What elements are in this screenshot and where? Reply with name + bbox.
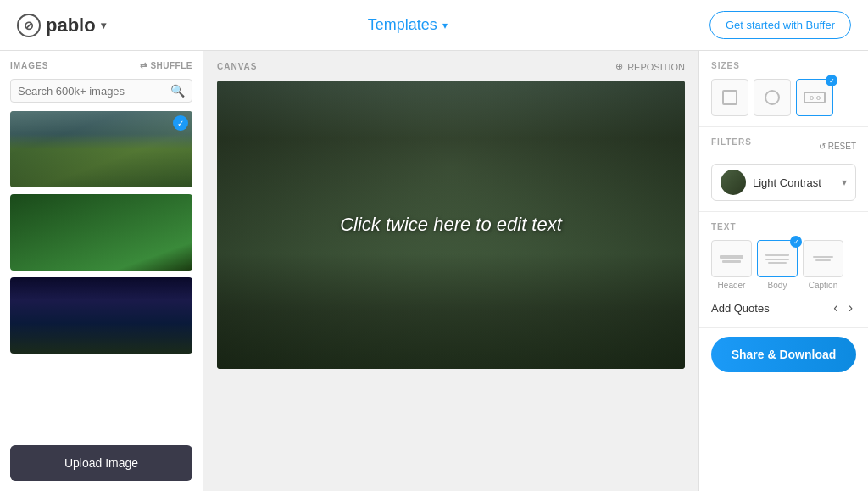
templates-button[interactable]: Templates ▾ — [368, 16, 448, 34]
square-icon — [722, 90, 737, 105]
sizes-label: SIZES — [711, 61, 856, 70]
canvas-header: CANVAS ⊕ REPOSITION — [217, 61, 685, 72]
text-caption-option[interactable]: Caption — [803, 240, 843, 290]
add-quotes-row: Add Quotes ‹ › — [711, 299, 856, 317]
text-caption-box — [803, 240, 843, 277]
shuffle-icon: ⇄ — [140, 61, 147, 70]
text-options: Header ✓ Body Caption — [711, 240, 856, 290]
quotes-next-button[interactable]: › — [845, 299, 856, 317]
caption-line-2 — [815, 259, 831, 261]
text-body-box: ✓ — [757, 240, 798, 277]
image-list: ✓ — [10, 111, 192, 437]
images-label: IMAGES — [10, 61, 48, 70]
size-circle-button[interactable] — [754, 79, 791, 116]
filter-name: Light Contrast — [753, 176, 835, 189]
body-selected-check: ✓ — [790, 236, 802, 248]
logo-chevron-icon: ▾ — [101, 20, 106, 31]
dot-icon — [810, 96, 814, 100]
text-body-option[interactable]: ✓ Body — [757, 240, 798, 290]
caption-line-1 — [813, 256, 833, 258]
text-section: TEXT Header ✓ Body — [699, 212, 868, 328]
quotes-nav: ‹ › — [830, 299, 856, 317]
filter-dropdown[interactable]: Light Contrast ▾ — [711, 164, 856, 201]
selected-check: ✓ — [173, 115, 188, 131]
templates-label: Templates — [368, 16, 437, 34]
body-line-1 — [765, 254, 789, 256]
get-started-label: Get started with Buffer — [726, 19, 835, 31]
left-panel-header: IMAGES ⇄ SHUFFLE — [10, 61, 192, 70]
main-layout: IMAGES ⇄ SHUFFLE 🔍 ✓ Upload Image CANVAS… — [0, 51, 868, 491]
upload-image-button[interactable]: Upload Image — [10, 445, 192, 481]
body-line-3 — [768, 262, 787, 264]
text-header-box — [711, 240, 752, 277]
shuffle-button[interactable]: ⇄ SHUFFLE — [140, 61, 192, 70]
shuffle-label: SHUFFLE — [150, 61, 192, 70]
upload-label: Upload Image — [64, 456, 138, 470]
image-thumb-forest[interactable]: ✓ — [10, 111, 192, 187]
filters-label: FILTERS — [711, 137, 752, 147]
header-line-1 — [720, 255, 743, 259]
header-line-2 — [722, 260, 741, 263]
wide-icon — [804, 92, 826, 103]
reposition-icon: ⊕ — [615, 61, 623, 72]
reset-icon: ↺ — [819, 142, 826, 151]
body-line-2 — [765, 259, 789, 260]
canvas-edit-text[interactable]: Click twice here to edit text — [340, 214, 562, 236]
reposition-label: REPOSITION — [627, 62, 685, 72]
app-header: ⊘ pablo ▾ Templates ▾ Get started with B… — [0, 0, 868, 51]
center-panel: CANVAS ⊕ REPOSITION Click twice here to … — [203, 51, 698, 491]
text-header-option[interactable]: Header — [711, 240, 752, 290]
share-download-button[interactable]: Share & Download — [711, 337, 856, 372]
image-thumb-night[interactable] — [10, 277, 192, 354]
image-thumb-plants[interactable] — [10, 194, 192, 271]
sizes-row: ✓ — [711, 79, 856, 116]
get-started-button[interactable]: Get started with Buffer — [709, 11, 851, 39]
logo-icon: ⊘ — [17, 14, 41, 37]
search-bar[interactable]: 🔍 — [10, 79, 192, 103]
filters-section: FILTERS ↺ RESET Light Contrast ▾ — [699, 127, 868, 212]
add-quotes-label: Add Quotes — [711, 302, 770, 315]
left-panel: IMAGES ⇄ SHUFFLE 🔍 ✓ Upload Image — [0, 51, 203, 491]
text-label: TEXT — [711, 222, 856, 232]
size-wide-button[interactable]: ✓ — [796, 79, 833, 116]
search-input[interactable] — [18, 85, 170, 98]
logo[interactable]: ⊘ pablo ▾ — [17, 14, 106, 37]
size-selected-check: ✓ — [826, 75, 837, 86]
dot-icon — [816, 96, 821, 100]
reposition-button[interactable]: ⊕ REPOSITION — [615, 61, 685, 72]
size-square-button[interactable] — [711, 79, 748, 116]
templates-chevron-icon: ▾ — [442, 20, 448, 31]
header-label: Header — [718, 281, 746, 290]
share-label: Share & Download — [732, 348, 837, 361]
filter-thumbnail — [721, 170, 746, 195]
logo-text: pablo — [46, 14, 96, 36]
filter-chevron-icon: ▾ — [842, 176, 847, 188]
filters-header: FILTERS ↺ RESET — [711, 137, 856, 155]
canvas-area[interactable]: Click twice here to edit text — [217, 81, 685, 369]
reset-button[interactable]: ↺ RESET — [819, 142, 856, 151]
circle-icon — [765, 90, 780, 105]
canvas-label: CANVAS — [217, 62, 257, 71]
caption-label: Caption — [809, 281, 837, 290]
right-panel: SIZES ✓ FILTERS — [698, 51, 868, 491]
reset-label: RESET — [828, 142, 856, 151]
sizes-section: SIZES ✓ — [699, 51, 868, 127]
quotes-prev-button[interactable]: ‹ — [830, 299, 841, 317]
body-label: Body — [768, 281, 787, 290]
search-icon: 🔍 — [170, 84, 185, 98]
